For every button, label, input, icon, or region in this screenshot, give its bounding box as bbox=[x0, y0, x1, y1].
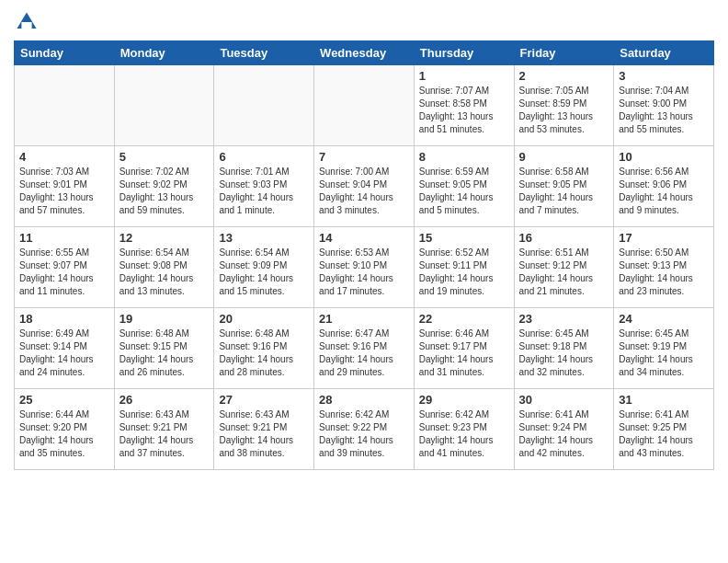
day-number: 26 bbox=[119, 393, 210, 407]
day-number: 13 bbox=[219, 231, 309, 245]
day-number: 30 bbox=[519, 393, 609, 407]
cell-content: Sunrise: 7:04 AMSunset: 9:00 PMDaylight:… bbox=[619, 85, 709, 136]
day-number: 31 bbox=[619, 393, 709, 407]
cell-content: Sunrise: 6:52 AMSunset: 9:11 PMDaylight:… bbox=[419, 247, 509, 298]
calendar-cell: 8Sunrise: 6:59 AMSunset: 9:05 PMDaylight… bbox=[414, 146, 514, 227]
cell-content: Sunrise: 7:07 AMSunset: 8:58 PMDaylight:… bbox=[419, 85, 509, 136]
day-number: 5 bbox=[119, 150, 210, 164]
day-number: 24 bbox=[619, 312, 709, 326]
page-container: SundayMondayTuesdayWednesdayThursdayFrid… bbox=[0, 0, 728, 479]
week-row-3: 11Sunrise: 6:55 AMSunset: 9:07 PMDayligh… bbox=[15, 227, 714, 308]
cell-content: Sunrise: 6:47 AMSunset: 9:16 PMDaylight:… bbox=[319, 327, 409, 379]
calendar-cell: 12Sunrise: 6:54 AMSunset: 9:08 PMDayligh… bbox=[114, 227, 214, 308]
day-number: 2 bbox=[519, 69, 609, 83]
calendar-cell: 26Sunrise: 6:43 AMSunset: 9:21 PMDayligh… bbox=[114, 389, 214, 470]
day-number: 25 bbox=[19, 393, 109, 407]
cell-content: Sunrise: 6:46 AMSunset: 9:17 PMDaylight:… bbox=[419, 327, 509, 379]
day-number: 6 bbox=[219, 150, 309, 164]
calendar-cell: 5Sunrise: 7:02 AMSunset: 9:02 PMDaylight… bbox=[114, 146, 214, 227]
calendar-cell: 2Sunrise: 7:05 AMSunset: 8:59 PMDaylight… bbox=[514, 65, 614, 146]
calendar-cell: 19Sunrise: 6:48 AMSunset: 9:15 PMDayligh… bbox=[114, 308, 214, 389]
calendar-cell: 23Sunrise: 6:45 AMSunset: 9:18 PMDayligh… bbox=[514, 308, 614, 389]
calendar-cell: 22Sunrise: 6:46 AMSunset: 9:17 PMDayligh… bbox=[414, 308, 514, 389]
calendar-cell: 14Sunrise: 6:53 AMSunset: 9:10 PMDayligh… bbox=[314, 227, 415, 308]
calendar-cell: 15Sunrise: 6:52 AMSunset: 9:11 PMDayligh… bbox=[414, 227, 514, 308]
day-number: 3 bbox=[619, 69, 709, 83]
day-number: 17 bbox=[619, 231, 709, 245]
logo bbox=[14, 9, 43, 35]
weekday-header-row: SundayMondayTuesdayWednesdayThursdayFrid… bbox=[15, 41, 714, 65]
weekday-header-monday: Monday bbox=[114, 41, 214, 65]
day-number: 21 bbox=[319, 312, 409, 326]
day-number: 28 bbox=[319, 393, 409, 407]
cell-content: Sunrise: 6:44 AMSunset: 9:20 PMDaylight:… bbox=[19, 408, 109, 460]
calendar-cell: 9Sunrise: 6:58 AMSunset: 9:05 PMDaylight… bbox=[514, 146, 614, 227]
cell-content: Sunrise: 6:41 AMSunset: 9:25 PMDaylight:… bbox=[619, 408, 709, 460]
calendar-cell bbox=[114, 65, 214, 146]
cell-content: Sunrise: 6:58 AMSunset: 9:05 PMDaylight:… bbox=[519, 166, 609, 217]
cell-content: Sunrise: 6:48 AMSunset: 9:16 PMDaylight:… bbox=[219, 327, 309, 379]
cell-content: Sunrise: 6:45 AMSunset: 9:18 PMDaylight:… bbox=[519, 327, 609, 379]
cell-content: Sunrise: 7:05 AMSunset: 8:59 PMDaylight:… bbox=[519, 85, 609, 136]
day-number: 1 bbox=[419, 69, 509, 83]
week-row-5: 25Sunrise: 6:44 AMSunset: 9:20 PMDayligh… bbox=[15, 389, 714, 470]
week-row-4: 18Sunrise: 6:49 AMSunset: 9:14 PMDayligh… bbox=[15, 308, 714, 389]
cell-content: Sunrise: 6:43 AMSunset: 9:21 PMDaylight:… bbox=[119, 408, 210, 460]
day-number: 27 bbox=[219, 393, 309, 407]
calendar-cell: 13Sunrise: 6:54 AMSunset: 9:09 PMDayligh… bbox=[214, 227, 314, 308]
day-number: 8 bbox=[419, 150, 509, 164]
calendar-cell: 24Sunrise: 6:45 AMSunset: 9:19 PMDayligh… bbox=[614, 308, 714, 389]
weekday-header-sunday: Sunday bbox=[15, 41, 115, 65]
calendar-cell: 18Sunrise: 6:49 AMSunset: 9:14 PMDayligh… bbox=[15, 308, 115, 389]
cell-content: Sunrise: 6:59 AMSunset: 9:05 PMDaylight:… bbox=[419, 166, 509, 217]
cell-content: Sunrise: 7:01 AMSunset: 9:03 PMDaylight:… bbox=[219, 166, 309, 217]
day-number: 20 bbox=[219, 312, 309, 326]
cell-content: Sunrise: 7:00 AMSunset: 9:04 PMDaylight:… bbox=[319, 166, 409, 217]
calendar-cell: 28Sunrise: 6:42 AMSunset: 9:22 PMDayligh… bbox=[314, 389, 415, 470]
calendar-cell: 17Sunrise: 6:50 AMSunset: 9:13 PMDayligh… bbox=[614, 227, 714, 308]
week-row-2: 4Sunrise: 7:03 AMSunset: 9:01 PMDaylight… bbox=[15, 146, 714, 227]
day-number: 4 bbox=[19, 150, 109, 164]
svg-rect-1 bbox=[21, 22, 31, 29]
cell-content: Sunrise: 6:50 AMSunset: 9:13 PMDaylight:… bbox=[619, 247, 709, 298]
week-row-1: 1Sunrise: 7:07 AMSunset: 8:58 PMDaylight… bbox=[15, 65, 714, 146]
cell-content: Sunrise: 6:54 AMSunset: 9:08 PMDaylight:… bbox=[119, 247, 210, 298]
day-number: 22 bbox=[419, 312, 509, 326]
day-number: 7 bbox=[319, 150, 409, 164]
calendar-cell bbox=[15, 65, 115, 146]
header bbox=[14, 9, 714, 35]
weekday-header-saturday: Saturday bbox=[614, 41, 714, 65]
cell-content: Sunrise: 7:02 AMSunset: 9:02 PMDaylight:… bbox=[119, 166, 210, 217]
cell-content: Sunrise: 6:43 AMSunset: 9:21 PMDaylight:… bbox=[219, 408, 309, 460]
calendar-cell: 3Sunrise: 7:04 AMSunset: 9:00 PMDaylight… bbox=[614, 65, 714, 146]
day-number: 9 bbox=[519, 150, 609, 164]
calendar-table: SundayMondayTuesdayWednesdayThursdayFrid… bbox=[14, 40, 714, 470]
calendar-cell: 11Sunrise: 6:55 AMSunset: 9:07 PMDayligh… bbox=[15, 227, 115, 308]
calendar-cell: 7Sunrise: 7:00 AMSunset: 9:04 PMDaylight… bbox=[314, 146, 415, 227]
cell-content: Sunrise: 6:53 AMSunset: 9:10 PMDaylight:… bbox=[319, 247, 409, 298]
day-number: 18 bbox=[19, 312, 109, 326]
calendar-cell: 20Sunrise: 6:48 AMSunset: 9:16 PMDayligh… bbox=[214, 308, 314, 389]
cell-content: Sunrise: 6:54 AMSunset: 9:09 PMDaylight:… bbox=[219, 247, 309, 298]
day-number: 12 bbox=[119, 231, 210, 245]
cell-content: Sunrise: 7:03 AMSunset: 9:01 PMDaylight:… bbox=[19, 166, 109, 217]
cell-content: Sunrise: 6:41 AMSunset: 9:24 PMDaylight:… bbox=[519, 408, 609, 460]
day-number: 16 bbox=[519, 231, 609, 245]
cell-content: Sunrise: 6:42 AMSunset: 9:23 PMDaylight:… bbox=[419, 408, 509, 460]
calendar-cell: 21Sunrise: 6:47 AMSunset: 9:16 PMDayligh… bbox=[314, 308, 415, 389]
calendar-cell: 1Sunrise: 7:07 AMSunset: 8:58 PMDaylight… bbox=[414, 65, 514, 146]
weekday-header-thursday: Thursday bbox=[414, 41, 514, 65]
calendar-cell: 16Sunrise: 6:51 AMSunset: 9:12 PMDayligh… bbox=[514, 227, 614, 308]
cell-content: Sunrise: 6:51 AMSunset: 9:12 PMDaylight:… bbox=[519, 247, 609, 298]
cell-content: Sunrise: 6:42 AMSunset: 9:22 PMDaylight:… bbox=[319, 408, 409, 460]
cell-content: Sunrise: 6:56 AMSunset: 9:06 PMDaylight:… bbox=[619, 166, 709, 217]
calendar-cell: 6Sunrise: 7:01 AMSunset: 9:03 PMDaylight… bbox=[214, 146, 314, 227]
day-number: 10 bbox=[619, 150, 709, 164]
cell-content: Sunrise: 6:55 AMSunset: 9:07 PMDaylight:… bbox=[19, 247, 109, 298]
calendar-cell: 27Sunrise: 6:43 AMSunset: 9:21 PMDayligh… bbox=[214, 389, 314, 470]
day-number: 11 bbox=[19, 231, 109, 245]
weekday-header-tuesday: Tuesday bbox=[214, 41, 314, 65]
day-number: 14 bbox=[319, 231, 409, 245]
logo-icon bbox=[14, 9, 40, 35]
calendar-cell: 30Sunrise: 6:41 AMSunset: 9:24 PMDayligh… bbox=[514, 389, 614, 470]
